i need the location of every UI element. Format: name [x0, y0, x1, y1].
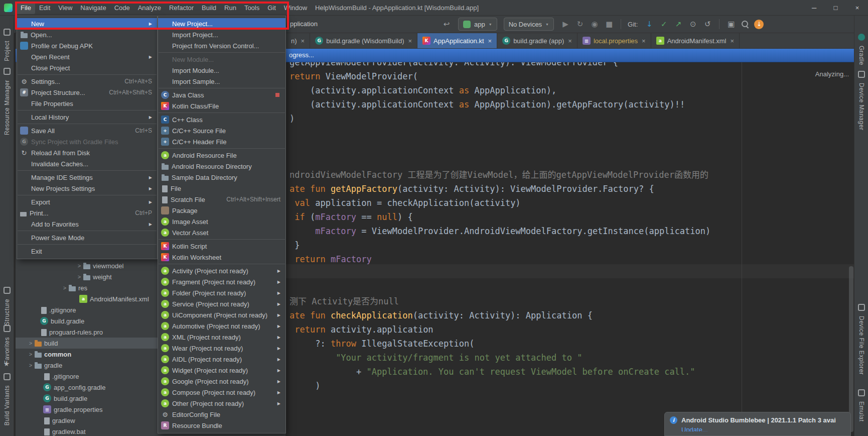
menu-item-kotlin-worksheet[interactable]: Kotlin Worksheet: [158, 252, 285, 263]
menubar-item-view[interactable]: View: [54, 2, 76, 14]
maximize-button[interactable]: □: [825, 0, 846, 16]
menu-item-file[interactable]: File: [158, 183, 285, 194]
menubar-item-window[interactable]: Window: [280, 2, 311, 14]
menubar-item-code[interactable]: Code: [110, 2, 134, 14]
tab-androidmanifest-xml[interactable]: AndroidManifest.xml×: [651, 33, 740, 48]
menu-item-project-structure[interactable]: Project Structure...Ctrl+Alt+Shift+S: [17, 87, 157, 98]
ide-update-icon[interactable]: ↓: [754, 20, 764, 29]
menu-item-android-resource-directory[interactable]: Android Resource Directory: [158, 161, 285, 172]
close-tab-icon[interactable]: ×: [568, 37, 572, 45]
menu-item-activity-project-not-ready[interactable]: Activity (Project not ready)▶: [158, 265, 285, 276]
menu-item-reload-all-from-disk[interactable]: Reload All from Disk: [17, 147, 157, 158]
menu-item-editorconfig-file[interactable]: EditorConfig File: [158, 409, 285, 420]
tab-build-gradle-app[interactable]: build.gradle (app)×: [497, 33, 577, 48]
menubar-item-run[interactable]: Run: [220, 2, 240, 14]
tab-n[interactable]: n)×: [286, 33, 310, 48]
menu-item-aidl-project-not-ready[interactable]: AIDL (Project not ready)▶: [158, 354, 285, 365]
close-tab-icon[interactable]: ×: [488, 37, 492, 45]
profile-icon[interactable]: ◉: [590, 19, 600, 29]
menu-item-uicomponent-project-not-ready[interactable]: UiComponent (Project not ready)▶: [158, 309, 285, 320]
menu-item-import-module[interactable]: Import Module...: [158, 65, 285, 76]
close-button[interactable]: ×: [846, 0, 868, 16]
history-icon[interactable]: ⊙: [688, 19, 698, 29]
menu-item-folder-project-not-ready[interactable]: Folder (Project not ready)▶: [158, 287, 285, 298]
tool-window-button-device-manager[interactable]: Device Manager: [858, 83, 865, 130]
menu-item-c-class[interactable]: C++ Class: [158, 114, 285, 125]
chevron-icon[interactable]: >: [27, 362, 34, 368]
update-project-icon[interactable]: ↓: [644, 19, 654, 29]
menu-item-image-asset[interactable]: Image Asset: [158, 216, 285, 227]
device-file-explorer-icon[interactable]: [858, 304, 865, 311]
menu-item-c-c-header-file[interactable]: C/C++ Header File: [158, 136, 285, 147]
menu-item-package[interactable]: Package: [158, 205, 285, 216]
menu-item-profile-or-debug-apk[interactable]: Profile or Debug APK: [17, 40, 157, 51]
update-link[interactable]: Update...: [681, 426, 708, 431]
minimize-button[interactable]: ─: [803, 0, 825, 16]
menu-item-new-project[interactable]: New Project...: [158, 18, 285, 29]
menu-item-settings[interactable]: Settings...Ctrl+Alt+S: [17, 76, 157, 87]
project-icon[interactable]: [4, 29, 11, 36]
structure-icon[interactable]: [4, 287, 11, 294]
menu-item-scratch-file[interactable]: Scratch FileCtrl+Alt+Shift+Insert: [158, 194, 285, 205]
run-icon[interactable]: ▶: [560, 19, 570, 29]
menu-item-resource-bundle[interactable]: Resource Bundle: [158, 420, 285, 431]
menu-item-new-module[interactable]: New Module...: [158, 54, 285, 65]
tool-window-button-project[interactable]: Project: [4, 41, 11, 61]
close-tab-icon[interactable]: ×: [301, 37, 305, 45]
chevron-icon[interactable]: >: [27, 351, 34, 357]
commit-icon[interactable]: ✓: [659, 19, 669, 29]
menubar-item-navigate[interactable]: Navigate: [76, 2, 110, 14]
tool-window-button-build-variants[interactable]: Build Variants: [4, 385, 11, 425]
menu-item-file-properties[interactable]: File Properties: [17, 98, 157, 109]
code-area[interactable]: getAppViewModelProvider(activity: Activi…: [290, 55, 710, 393]
device-selector[interactable]: No Devices ▼: [504, 18, 554, 31]
tool-window-button-emulat[interactable]: Emulat: [858, 401, 865, 421]
close-tab-icon[interactable]: ×: [642, 37, 646, 45]
menu-item-manage-ide-settings[interactable]: Manage IDE Settings▶: [17, 172, 157, 183]
resource-manager-icon[interactable]: [4, 68, 11, 75]
menubar-item-tools[interactable]: Tools: [240, 2, 263, 14]
menu-item-service-project-not-ready[interactable]: Service (Project not ready)▶: [158, 298, 285, 309]
menubar-item-file[interactable]: File: [17, 2, 35, 14]
breadcrumb-file[interactable]: pplication: [290, 20, 318, 28]
menu-item-import-project[interactable]: Import Project...: [158, 29, 285, 40]
search-everywhere-icon[interactable]: [741, 20, 750, 29]
chevron-icon[interactable]: >: [76, 274, 83, 280]
menu-item-google-project-not-ready[interactable]: Google (Project not ready)▶: [158, 376, 285, 387]
menu-item-open-recent[interactable]: Open Recent▶: [17, 51, 157, 62]
menu-item-automotive-project-not-ready[interactable]: Automotive (Project not ready)▶: [158, 320, 285, 332]
menu-item-kotlin-script[interactable]: Kotlin Script: [158, 241, 285, 252]
emulat-icon[interactable]: [858, 389, 865, 396]
editor[interactable]: getAppViewModelProvider(activity: Activi…: [286, 49, 854, 436]
menu-item-widget-project-not-ready[interactable]: Widget (Project not ready)▶: [158, 365, 285, 376]
menu-item-java-class[interactable]: Java Class: [158, 89, 285, 100]
push-icon[interactable]: ↗: [673, 19, 683, 29]
menu-item-close-project[interactable]: Close Project: [17, 62, 157, 73]
tool-window-button-gradle[interactable]: Gradle: [858, 46, 865, 65]
editor-scrollbar[interactable]: [849, 266, 853, 432]
menu-item-open[interactable]: Open...: [17, 29, 157, 40]
menu-item-import-sample[interactable]: Import Sample...: [158, 76, 285, 87]
chevron-icon[interactable]: >: [27, 340, 34, 346]
close-tab-icon[interactable]: ×: [408, 37, 412, 45]
menu-item-project-from-version-control[interactable]: Project from Version Control...: [158, 40, 285, 51]
menu-item-sample-data-directory[interactable]: Sample Data Directory: [158, 172, 285, 183]
menu-item-new-projects-settings[interactable]: New Projects Settings▶: [17, 183, 157, 194]
device-manager-icon[interactable]: [858, 71, 865, 78]
menu-item-print[interactable]: Print...Ctrl+P: [17, 207, 157, 219]
menubar-item-refactor[interactable]: Refactor: [165, 2, 198, 14]
layout-inspector-icon[interactable]: ▣: [726, 19, 736, 29]
bookmark-star-icon[interactable]: ★: [4, 360, 10, 368]
tool-window-button-resource-manager[interactable]: Resource Manager: [4, 80, 11, 135]
run-configuration-selector[interactable]: app ▼: [458, 18, 497, 31]
menu-item-add-to-favorites[interactable]: Add to Favorites▶: [17, 219, 157, 230]
tab-local-properties[interactable]: local.properties×: [577, 33, 651, 48]
tool-window-button-structure[interactable]: Structure: [4, 299, 11, 325]
menu-item-c-c-source-file[interactable]: C/C++ Source File: [158, 125, 285, 136]
menu-item-export[interactable]: Export▶: [17, 196, 157, 207]
menubar-item-git[interactable]: Git: [263, 2, 280, 14]
menu-item-wear-project-not-ready[interactable]: Wear (Project not ready)▶: [158, 343, 285, 354]
stop-icon[interactable]: ■: [604, 19, 614, 29]
menu-item-power-save-mode[interactable]: Power Save Mode: [17, 232, 157, 243]
menu-item-local-history[interactable]: Local History▶: [17, 112, 157, 123]
